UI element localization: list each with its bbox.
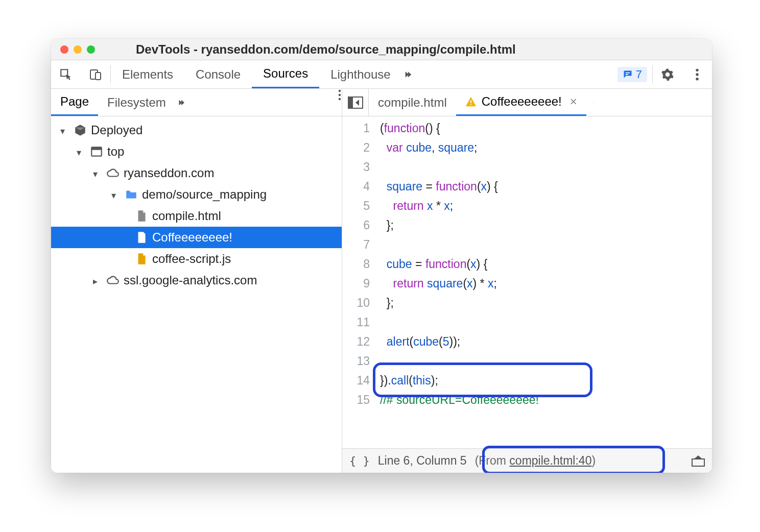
svg-rect-1 [96, 72, 101, 80]
cloud-icon [106, 274, 120, 287]
show-console-drawer-icon[interactable] [692, 455, 705, 467]
svg-rect-16 [692, 459, 704, 466]
cloud-icon [106, 166, 120, 180]
panel-tabs: Elements Console Sources Lighthouse [111, 60, 618, 88]
file-icon [135, 209, 148, 223]
issues-counter[interactable]: 7 [618, 67, 647, 82]
editor-more-tabs-icon[interactable] [586, 89, 602, 116]
tab-console[interactable]: Console [184, 60, 252, 88]
tree-root-label: Deployed [91, 123, 142, 137]
minimize-window-button[interactable] [74, 45, 82, 54]
navigator-pane: Page Filesystem Deployed top [51, 89, 342, 473]
svg-rect-14 [470, 100, 471, 103]
svg-point-7 [339, 90, 341, 92]
editor-pane: compile.html Coffeeeeeeee! × 12345678910… [342, 89, 712, 473]
editor-statusbar: { } Line 6, Column 5 (From compile.html:… [342, 448, 712, 473]
tree-file-1-label: Coffeeeeeeee! [152, 230, 232, 245]
svg-rect-11 [91, 147, 102, 150]
nav-tab-page[interactable]: Page [51, 89, 98, 116]
nav-more-tabs-icon[interactable] [175, 89, 191, 116]
tree-folder[interactable]: demo/source_mapping [51, 184, 342, 205]
svg-rect-13 [348, 97, 353, 108]
tree-file-0-label: compile.html [152, 209, 221, 223]
editor-tab-0-label: compile.html [378, 95, 447, 110]
tree-folder-label: demo/source_mapping [142, 187, 267, 202]
close-window-button[interactable] [60, 45, 68, 54]
devtools-window: DevTools - ryanseddon.com/demo/source_ma… [51, 39, 712, 473]
pretty-print-icon[interactable]: { } [349, 454, 370, 467]
kebab-menu-icon[interactable] [682, 60, 712, 88]
svg-point-9 [339, 98, 341, 100]
cube-icon [74, 124, 87, 137]
tab-lighthouse[interactable]: Lighthouse [319, 60, 401, 88]
svg-point-8 [339, 94, 341, 96]
svg-point-4 [696, 68, 698, 71]
source-origin: (From compile.html:40) [475, 454, 596, 468]
svg-point-6 [696, 77, 698, 80]
svg-rect-3 [626, 74, 628, 75]
device-toolbar-icon[interactable] [81, 60, 110, 88]
line-gutter: 123456789101112131415 [342, 116, 377, 448]
tab-sources[interactable]: Sources [252, 60, 319, 88]
tree-frame-top[interactable]: top [51, 141, 342, 162]
tree-top-label: top [107, 144, 124, 159]
origin-link[interactable]: compile.html:40 [509, 454, 591, 467]
toggle-navigator-icon[interactable] [342, 89, 369, 116]
svg-rect-2 [626, 72, 630, 73]
settings-icon[interactable] [653, 60, 682, 88]
tree-file-1[interactable]: Coffeeeeeeee! [51, 227, 342, 248]
close-tab-icon[interactable]: × [570, 94, 577, 109]
editor-tab-0[interactable]: compile.html [369, 89, 456, 116]
source-editor[interactable]: 123456789101112131415 (function() { var … [342, 116, 712, 448]
tab-elements[interactable]: Elements [111, 60, 184, 88]
nav-kebab-icon[interactable] [338, 89, 342, 116]
window-title: DevTools - ryanseddon.com/demo/source_ma… [136, 42, 516, 57]
annotation-highlight-sourceurl [373, 362, 592, 397]
more-tabs-icon[interactable] [402, 60, 417, 88]
cursor-position: Line 6, Column 5 [378, 454, 467, 468]
editor-tabs: compile.html Coffeeeeeeee! × [342, 89, 712, 116]
editor-tab-1-label: Coffeeeeeeee! [482, 94, 562, 109]
tree-origin-2[interactable]: ssl.google-analytics.com [51, 270, 342, 291]
tree-root[interactable]: Deployed [51, 119, 342, 141]
tree-origin-1[interactable]: ryanseddon.com [51, 162, 342, 184]
inspect-element-icon[interactable] [51, 60, 81, 88]
window-titlebar: DevTools - ryanseddon.com/demo/source_ma… [51, 39, 712, 60]
main-toolbar: Elements Console Sources Lighthouse 7 [51, 60, 712, 89]
editor-tab-1[interactable]: Coffeeeeeeee! × [456, 89, 586, 116]
svg-rect-15 [470, 104, 471, 105]
tree-file-2-label: coffee-script.js [152, 252, 231, 266]
tree-file-2[interactable]: coffee-script.js [51, 248, 342, 270]
nav-tab-filesystem[interactable]: Filesystem [98, 89, 175, 116]
file-icon [135, 231, 148, 244]
code-area[interactable]: (function() { var cube, square; square =… [377, 116, 712, 448]
svg-point-5 [696, 73, 698, 76]
js-file-icon [135, 252, 148, 265]
window-controls [51, 45, 131, 54]
frame-icon [90, 145, 103, 158]
tree-origin-1-label: ryanseddon.com [124, 166, 214, 180]
tree-file-0[interactable]: compile.html [51, 205, 342, 227]
issues-count: 7 [636, 68, 642, 81]
folder-icon [125, 188, 138, 201]
file-tree: Deployed top ryanseddon.com demo/source_… [51, 116, 342, 473]
tree-origin-2-label: ssl.google-analytics.com [124, 273, 257, 287]
chat-icon [623, 69, 633, 80]
navigator-tabs: Page Filesystem [51, 89, 342, 116]
zoom-window-button[interactable] [87, 45, 95, 54]
warning-icon [465, 96, 477, 107]
